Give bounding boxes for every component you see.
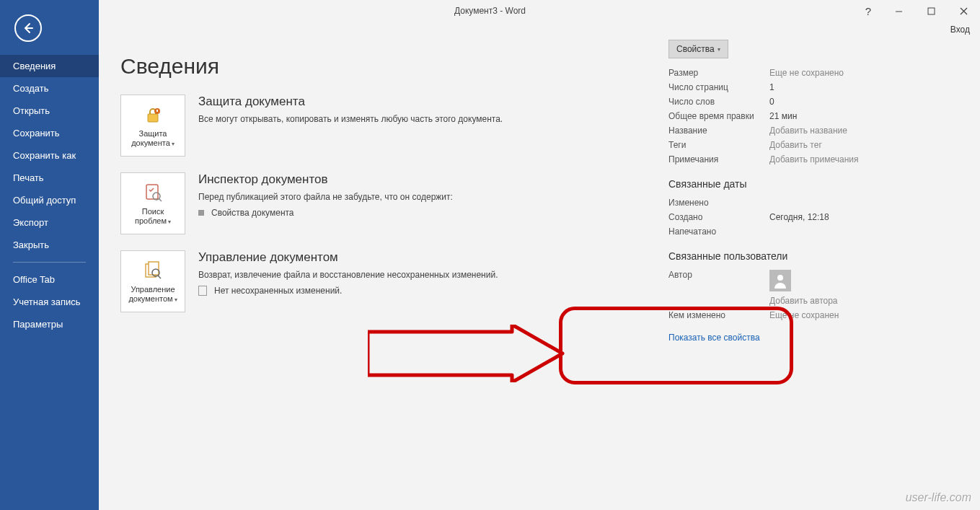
properties-dropdown[interactable]: Свойства: [668, 40, 728, 58]
protect-card-label: Защита документа: [124, 129, 182, 147]
inspect-bullet: Свойства документа: [198, 208, 544, 218]
title-bar: Документ3 - Word ?: [0, 0, 980, 22]
nav-open[interactable]: Открыть: [0, 100, 99, 122]
nav-info[interactable]: Сведения: [0, 55, 99, 77]
person-icon: [772, 273, 788, 289]
nav-export[interactable]: Экспорт: [0, 211, 99, 234]
window-title: Документ3 - Word: [454, 6, 526, 16]
window-controls: ?: [854, 1, 980, 21]
prop-tags[interactable]: ТегиДобавить тег: [668, 138, 899, 152]
close-icon[interactable]: [948, 1, 980, 21]
svg-rect-4: [148, 114, 158, 122]
document-icon: [198, 286, 207, 296]
prop-author: Автор: [668, 268, 899, 294]
svg-point-14: [777, 275, 783, 281]
arrow-left-icon: [21, 21, 35, 35]
nav-save-as[interactable]: Сохранить как: [0, 144, 99, 167]
maximize-icon[interactable]: [915, 1, 948, 21]
svg-rect-6: [156, 110, 158, 112]
watermark: user-life.com: [906, 491, 971, 504]
manage-title: Управление документом: [198, 250, 544, 265]
svg-rect-11: [149, 262, 159, 275]
inspect-bullet-text: Свойства документа: [211, 208, 294, 218]
bullet-square-icon: [198, 210, 204, 216]
manage-bullet-text: Нет несохраненных изменений.: [214, 286, 342, 296]
minimize-icon[interactable]: [883, 1, 915, 21]
prop-comments[interactable]: ПримечанияДобавить примечания: [668, 152, 899, 167]
back-button[interactable]: [14, 14, 42, 42]
nav-close[interactable]: Закрыть: [0, 234, 99, 256]
prop-pages: Число страниц1: [668, 80, 899, 94]
prop-edit-time: Общее время правки21 мин: [668, 109, 899, 123]
avatar: [769, 270, 791, 291]
manage-document-button[interactable]: Управление документом: [120, 250, 185, 312]
prop-size: РазмерЕще не сохранено: [668, 66, 899, 80]
manage-card-label: Управление документом: [124, 285, 182, 303]
inspect-title: Инспектор документов: [198, 172, 544, 187]
help-icon[interactable]: ?: [854, 1, 883, 21]
main-content: Сведения Защита документа Защита докумен…: [99, 40, 980, 510]
checklist-icon: [141, 181, 164, 204]
svg-line-9: [159, 198, 162, 201]
inspect-card-label: Поиск проблем: [124, 207, 182, 225]
nav-save[interactable]: Сохранить: [0, 122, 99, 144]
svg-rect-7: [146, 185, 158, 199]
prop-title[interactable]: НазваниеДобавить название: [668, 123, 899, 138]
inspect-text: Перед публикацией этого файла не забудьт…: [198, 191, 544, 203]
protect-text: Все могут открывать, копировать и изменя…: [198, 113, 544, 126]
nav-account[interactable]: Учетная запись: [0, 291, 99, 313]
nav-office-tab[interactable]: Office Tab: [0, 268, 99, 291]
protect-title: Защита документа: [198, 94, 544, 109]
protect-document-button[interactable]: Защита документа: [120, 94, 185, 157]
manage-bullet: Нет несохраненных изменений.: [198, 286, 544, 296]
prop-words: Число слов0: [668, 94, 899, 109]
add-author[interactable]: Добавить автора: [668, 294, 899, 308]
nav-separator: [13, 262, 86, 263]
prop-printed: Напечатано: [668, 224, 899, 239]
prop-modified: Изменено: [668, 195, 899, 210]
related-dates-heading: Связанные даты: [668, 178, 899, 190]
nav-print[interactable]: Печать: [0, 167, 99, 189]
show-all-properties-link[interactable]: Показать все свойства: [668, 333, 899, 343]
documents-icon: [141, 259, 164, 282]
related-people-heading: Связанные пользователи: [668, 250, 899, 262]
login-link[interactable]: Вход: [950, 25, 970, 35]
nav-share[interactable]: Общий доступ: [0, 189, 99, 211]
nav-options[interactable]: Параметры: [0, 313, 99, 335]
check-issues-button[interactable]: Поиск проблем: [120, 172, 185, 234]
prop-created: СозданоСегодня, 12:18: [668, 210, 899, 224]
svg-line-13: [158, 276, 161, 278]
properties-panel: Свойства РазмерЕще не сохранено Число ст…: [668, 40, 899, 343]
manage-text: Возврат, извлечение файла и восстановлен…: [198, 269, 544, 281]
prop-last-modified-by: Кем измененоЕще не сохранен: [668, 308, 899, 322]
backstage-sidebar: Сведения Создать Открыть Сохранить Сохра…: [0, 0, 99, 510]
lock-icon: [141, 103, 164, 126]
nav-new[interactable]: Создать: [0, 77, 99, 100]
svg-rect-1: [928, 8, 935, 14]
